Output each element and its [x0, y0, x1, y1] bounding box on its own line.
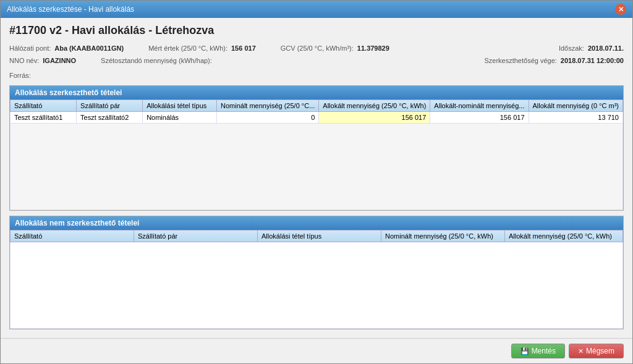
cancel-icon: ✕	[578, 347, 584, 355]
col-szallitato: Szállítató	[11, 100, 77, 112]
col-nominalt: Nominált mennyiség (25/0 °C...	[216, 100, 318, 112]
gcv-value: 11.379829	[357, 44, 389, 52]
save-button[interactable]: 💾 Mentés	[511, 344, 565, 358]
gcv-label: GCV (25/0 °C, kWh/m³):	[281, 44, 354, 52]
modal-header: Allokálás szerkesztése - Havi allokálás …	[1, 1, 632, 18]
cell-szallitato-par: Teszt szállítató2	[77, 112, 143, 124]
modal-header-title: Allokálás szerkesztése - Havi allokálás	[7, 5, 134, 14]
cell-tipus: Nominálás	[143, 112, 217, 124]
non-editable-section: Allokálás nem szerkeszthető tételei Szál…	[9, 216, 624, 329]
non-editable-header-row: Szállítató Szállítató pár Allokálási tét…	[11, 231, 623, 242]
ne-col-szallitato: Szállítató	[11, 231, 134, 242]
col-allokalt: Allokált mennyiség (25/0 °C, kWh)	[319, 100, 430, 112]
save-icon: 💾	[520, 347, 529, 355]
szerkeszthetoseg-value: 2018.07.31 12:00:00	[561, 57, 624, 64]
info-section: Hálózati pont: Aba (KAABA0011GN) Mért ér…	[9, 44, 624, 64]
cell-allokalt[interactable]: 156 017	[319, 112, 430, 124]
ne-col-tipus: Allokálási tétel típus	[258, 231, 381, 242]
col-szallitato-par: Szállítató pár	[77, 100, 143, 112]
cell-szallitato: Teszt szállítató1	[11, 112, 77, 124]
halozati-label: Hálózati pont:	[9, 44, 51, 52]
modal-window: Allokálás szerkesztése - Havi allokálás …	[0, 0, 633, 364]
cell-allokalt-nominalt: 156 017	[430, 112, 529, 124]
col-allokalt-nominalt: Allokált-nominált mennyiség...	[430, 100, 529, 112]
page-title: #11700 v2 - Havi allokálás - Létrehozva	[9, 24, 624, 37]
nno-pair: NNO név: IGAZINNO	[9, 57, 76, 64]
editable-section: Allokálás szerkeszthető tételei Szállíta…	[9, 85, 624, 211]
cancel-button[interactable]: ✕ Mégsem	[569, 344, 624, 358]
cancel-label: Mégsem	[586, 347, 614, 355]
gcv-pair: GCV (25/0 °C, kWh/m³): 11.379829	[281, 44, 389, 52]
idoszak-label: Időszak:	[559, 44, 584, 52]
table-row: Teszt szállítató1 Teszt szállítató2 Nomi…	[11, 112, 623, 124]
mert-value: 156 017	[231, 44, 256, 52]
source-row: Forrás:	[9, 72, 624, 79]
source-label: Forrás:	[9, 72, 31, 79]
non-editable-table: Szállítató Szállítató pár Allokálási tét…	[10, 230, 623, 329]
modal-body: #11700 v2 - Havi allokálás - Létrehozva …	[1, 18, 632, 338]
szerkeszthetoseg-label: Szerkeszthetőség vége:	[484, 57, 556, 64]
nno-value: IGAZINNO	[43, 57, 76, 64]
ne-col-allokalt: Allokált mennyiség (25/0 °C, kWh)	[505, 231, 623, 242]
cell-allokalt-0: 13 710	[529, 112, 623, 124]
mert-pair: Mért értek (25/0 °C, kWh): 156 017	[148, 44, 256, 52]
halozati-value: Aba (KAABA0011GN)	[54, 44, 124, 52]
col-tipus: Allokálási tétel típus	[143, 100, 217, 112]
ne-col-nominalt: Nominált mennyiség (25/0 °C, kWh)	[381, 231, 505, 242]
idoszak-pair: Időszak: 2018.07.11.	[559, 44, 624, 52]
szerkeszthetoseg-pair: Szerkeszthetőség vége: 2018.07.31 12:00:…	[484, 57, 624, 64]
szettoszando-pair: Szétosztandó mennyiség (kWh/hap):	[101, 57, 216, 64]
cell-nominalt: 0	[216, 112, 318, 124]
idoszak-value: 2018.07.11.	[588, 44, 624, 52]
ne-col-szallitato-par: Szállítató pár	[134, 231, 258, 242]
close-button[interactable]: ✕	[615, 4, 626, 15]
halozati-pair: Hálózati pont: Aba (KAABA0011GN)	[9, 44, 124, 52]
table-row-empty	[11, 242, 623, 329]
col-allokalt-0: Allokált mennyiség (0 °C m³)	[529, 100, 623, 112]
non-editable-section-header: Allokálás nem szerkeszthető tételei	[10, 216, 623, 230]
editable-table: Szállítató Szállítató pár Allokálási tét…	[10, 99, 623, 210]
editable-table-header-row: Szállítató Szállítató pár Allokálási tét…	[11, 100, 623, 112]
editable-section-header: Allokálás szerkeszthető tételei	[10, 86, 623, 99]
szettoszando-label: Szétosztandó mennyiség (kWh/hap):	[101, 57, 212, 64]
modal-footer: 💾 Mentés ✕ Mégsem	[1, 338, 632, 363]
table-row-empty	[11, 124, 623, 210]
save-label: Mentés	[532, 347, 556, 355]
nno-label: NNO név:	[9, 57, 39, 64]
mert-label: Mért értek (25/0 °C, kWh):	[148, 44, 227, 52]
